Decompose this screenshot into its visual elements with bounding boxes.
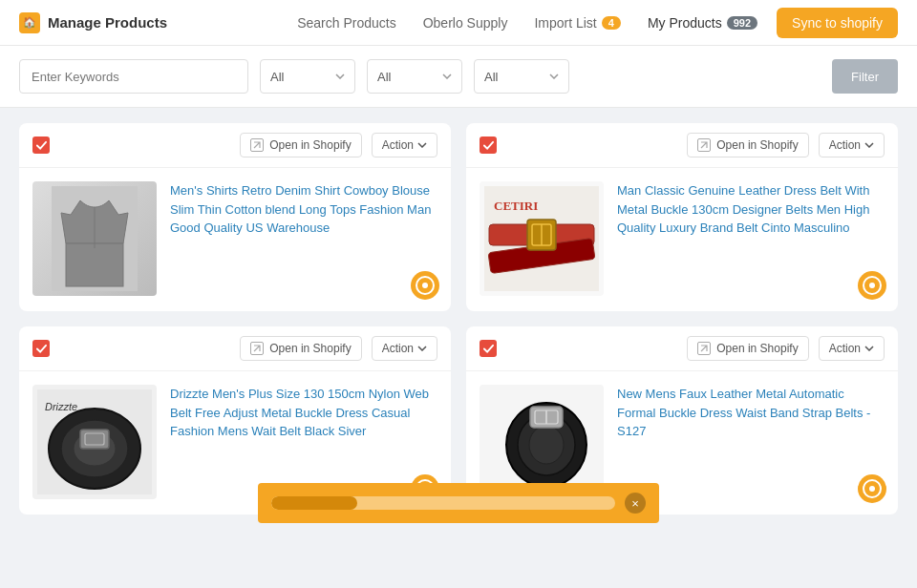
action-button-1[interactable]: Action bbox=[372, 133, 437, 158]
type-filter-select[interactable]: All bbox=[260, 59, 355, 94]
product-image-1 bbox=[32, 181, 157, 296]
svg-text:CETIRI: CETIRI bbox=[494, 199, 538, 213]
import-list-badge: 4 bbox=[602, 16, 621, 30]
svg-point-13 bbox=[869, 283, 875, 288]
nav-import-list[interactable]: Import List 4 bbox=[534, 15, 620, 31]
nav-search-products[interactable]: Search Products bbox=[297, 15, 396, 31]
external-link-icon-2 bbox=[697, 138, 711, 152]
sync-to-shopify-button[interactable]: Sync to shopify bbox=[777, 8, 898, 38]
oberlo-badge-4 bbox=[858, 474, 886, 503]
product-image-3: Drizzte bbox=[32, 385, 157, 499]
product-image-2: CETIRI bbox=[480, 181, 604, 296]
product-title-2[interactable]: Man Classic Genuine Leather Dress Belt W… bbox=[617, 183, 869, 235]
card-body-2: CETIRI Man Classic Genuine Leather Dress… bbox=[466, 168, 898, 311]
app-header: 🏠 Manage Products Search Products Oberlo… bbox=[0, 0, 917, 46]
progress-overlay: × bbox=[258, 483, 659, 523]
open-shopify-button-4[interactable]: Open in Shopify bbox=[687, 336, 808, 361]
status-filter-select[interactable]: All bbox=[367, 59, 462, 94]
card-body-1: Men's Shirts Retro Denim Shirt Cowboy Bl… bbox=[19, 168, 451, 311]
products-grid: Open in Shopify Action Men's Shirts Retr… bbox=[0, 108, 917, 530]
product-checkbox-3[interactable] bbox=[32, 340, 50, 357]
supplier-filter-select[interactable]: All bbox=[474, 59, 569, 94]
open-shopify-button-1[interactable]: Open in Shopify bbox=[240, 133, 361, 158]
external-link-icon-3 bbox=[250, 342, 264, 355]
product-title-3[interactable]: Drizzte Men's Plus Size 130 150cm Nylon … bbox=[170, 387, 429, 438]
oberlo-badge-2 bbox=[858, 271, 886, 300]
progress-bar-fill bbox=[271, 496, 357, 510]
open-shopify-button-2[interactable]: Open in Shopify bbox=[687, 133, 808, 158]
open-shopify-button-3[interactable]: Open in Shopify bbox=[240, 336, 361, 361]
nav-oberlo-supply[interactable]: Oberlo Supply bbox=[423, 15, 508, 31]
product-title-1[interactable]: Men's Shirts Retro Denim Shirt Cowboy Bl… bbox=[170, 183, 431, 235]
svg-point-31 bbox=[869, 486, 875, 492]
product-checkbox-4[interactable] bbox=[480, 340, 497, 357]
product-card-2: Open in Shopify Action CETIRI bbox=[466, 123, 898, 311]
action-button-3[interactable]: Action bbox=[372, 336, 437, 361]
external-link-icon-4 bbox=[697, 342, 711, 355]
progress-close-button[interactable]: × bbox=[625, 493, 646, 514]
app-title: Manage Products bbox=[48, 14, 167, 31]
svg-rect-1 bbox=[66, 243, 123, 286]
main-nav: Search Products Oberlo Supply Import Lis… bbox=[297, 15, 757, 31]
card-header-4: Open in Shopify Action bbox=[466, 326, 898, 371]
nav-my-products[interactable]: My Products 992 bbox=[648, 15, 757, 31]
my-products-badge: 992 bbox=[727, 16, 757, 30]
app-logo: 🏠 Manage Products bbox=[19, 12, 167, 33]
keyword-input[interactable] bbox=[19, 59, 248, 94]
filters-bar: All All All Filter bbox=[0, 46, 917, 108]
product-checkbox-2[interactable] bbox=[480, 136, 497, 154]
product-title-4[interactable]: New Mens Faux Leather Metal Automatic Fo… bbox=[617, 387, 870, 438]
card-header-1: Open in Shopify Action bbox=[19, 123, 451, 168]
svg-point-4 bbox=[422, 283, 428, 288]
product-image-4 bbox=[480, 385, 604, 499]
external-link-icon bbox=[250, 138, 264, 152]
progress-bar-track bbox=[271, 496, 615, 510]
product-info-1: Men's Shirts Retro Denim Shirt Cowboy Bl… bbox=[170, 181, 437, 298]
svg-point-26 bbox=[529, 426, 564, 464]
svg-text:Drizzte: Drizzte bbox=[45, 401, 77, 412]
filter-button[interactable]: Filter bbox=[832, 59, 898, 94]
card-header-2: Open in Shopify Action bbox=[466, 123, 898, 168]
product-info-2: Man Classic Genuine Leather Dress Belt W… bbox=[617, 181, 885, 298]
card-header-3: Open in Shopify Action bbox=[19, 326, 451, 371]
action-button-2[interactable]: Action bbox=[819, 133, 885, 158]
product-checkbox-1[interactable] bbox=[32, 136, 50, 154]
logo-icon: 🏠 bbox=[19, 12, 40, 33]
action-button-4[interactable]: Action bbox=[819, 336, 885, 361]
product-card-1: Open in Shopify Action Men's Shirts Retr… bbox=[19, 123, 451, 311]
oberlo-badge-1 bbox=[411, 271, 439, 300]
